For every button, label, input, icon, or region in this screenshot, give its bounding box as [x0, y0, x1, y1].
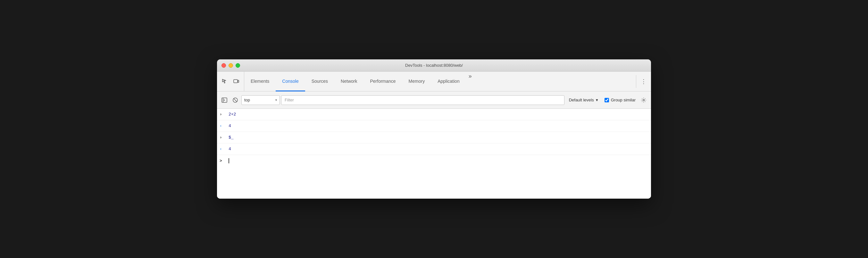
maximize-button[interactable]: [236, 63, 240, 68]
console-input-1: 2+2: [228, 112, 236, 117]
console-line: › $_: [217, 132, 651, 143]
chevron-down-icon: ▾: [275, 98, 277, 102]
close-button[interactable]: [221, 63, 226, 68]
svg-rect-1: [238, 80, 239, 83]
console-prompt-line[interactable]: >: [217, 155, 651, 167]
tab-application[interactable]: Application: [431, 71, 466, 91]
svg-line-5: [234, 98, 237, 102]
console-line: ‹ 4: [217, 120, 651, 132]
window-title: DevTools - localhost:8080/web/: [405, 63, 463, 68]
settings-icon[interactable]: [639, 95, 648, 105]
console-line: ‹ 4: [217, 143, 651, 155]
tab-memory[interactable]: Memory: [402, 71, 431, 91]
group-similar-text: Group similar: [611, 97, 636, 103]
default-levels-button[interactable]: Default levels ▾: [566, 95, 601, 105]
output-arrow-1: ‹: [220, 123, 226, 128]
title-bar: DevTools - localhost:8080/web/: [217, 59, 651, 71]
tab-sources[interactable]: Sources: [305, 71, 334, 91]
filter-input[interactable]: [281, 95, 564, 105]
tab-bar-separator: [636, 75, 636, 88]
console-cursor: [228, 158, 229, 163]
minimize-button[interactable]: [228, 63, 233, 68]
tabs-container: Elements Console Sources Network Perform…: [244, 71, 632, 91]
more-tabs-button[interactable]: »: [466, 71, 474, 91]
device-toolbar-icon[interactable]: [231, 76, 241, 87]
context-value: top: [244, 97, 273, 103]
group-similar-checkbox[interactable]: [604, 98, 609, 103]
devtools-window: DevTools - localhost:8080/web/: [217, 59, 651, 199]
inspect-element-icon[interactable]: [220, 76, 230, 87]
devtools-menu-button[interactable]: ⋮: [639, 77, 648, 86]
input-arrow-2: ›: [220, 135, 226, 140]
svg-point-6: [643, 99, 645, 101]
svg-rect-0: [234, 80, 238, 83]
group-similar-label[interactable]: Group similar: [602, 96, 638, 104]
tab-network[interactable]: Network: [334, 71, 364, 91]
output-arrow-2: ‹: [220, 147, 226, 151]
console-output-1: 4: [228, 123, 231, 128]
levels-chevron-icon: ▾: [596, 97, 598, 103]
console-output: › 2+2 ‹ 4 › $_ ‹ 4 >: [217, 109, 651, 199]
prompt-arrow: >: [220, 159, 226, 163]
context-selector[interactable]: top ▾: [241, 95, 280, 105]
tab-console[interactable]: Console: [276, 71, 305, 91]
tab-bar: Elements Console Sources Network Perform…: [217, 71, 651, 91]
traffic-lights: [221, 63, 240, 68]
tab-bar-left-icons: [217, 71, 244, 91]
tab-elements[interactable]: Elements: [244, 71, 276, 91]
console-output-2: 4: [228, 147, 231, 151]
clear-console-icon[interactable]: [230, 95, 240, 105]
tab-bar-right: ⋮: [632, 71, 651, 91]
console-toolbar: top ▾ Default levels ▾ Group similar: [217, 91, 651, 109]
console-line: › 2+2: [217, 109, 651, 120]
input-arrow-1: ›: [220, 112, 226, 117]
show-console-sidebar-icon[interactable]: [220, 95, 229, 105]
console-input-2: $_: [228, 135, 234, 140]
tab-performance[interactable]: Performance: [364, 71, 402, 91]
levels-label: Default levels: [569, 97, 594, 103]
devtools-body: Elements Console Sources Network Perform…: [217, 71, 651, 199]
